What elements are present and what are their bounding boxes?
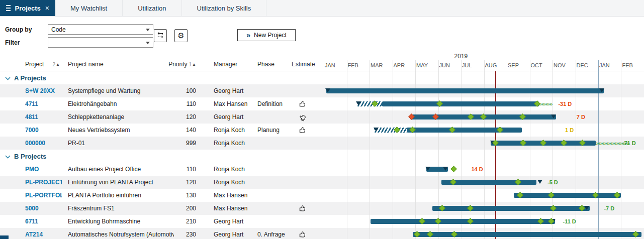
project-id-link[interactable]: 7000 <box>19 124 62 137</box>
project-id-link[interactable]: 5000 <box>19 202 62 215</box>
col-phase[interactable]: Phase <box>255 58 291 71</box>
gantt-bar[interactable] <box>382 101 539 106</box>
month-gridline <box>484 60 485 71</box>
row-indent <box>0 215 19 228</box>
gantt-bar[interactable] <box>514 193 621 198</box>
month-gridline <box>347 60 347 71</box>
group-label: B Projects <box>14 153 46 160</box>
col-project-name[interactable]: Project name <box>62 58 174 71</box>
date-marker-icon <box>356 101 361 105</box>
group-header[interactable]: A Projects <box>0 71 644 84</box>
table-row[interactable]: AT214Automatisches Notrufsystem (Automot… <box>0 228 644 239</box>
col-project[interactable]: Project 2▲ <box>19 58 62 71</box>
gantt-row <box>324 189 644 202</box>
tab-bar: Projects × My Watchlist Utilization Util… <box>0 0 644 17</box>
gantt-row <box>324 228 644 239</box>
gantt-bar[interactable] <box>413 232 641 237</box>
refresh-button[interactable] <box>154 29 167 42</box>
thumbs-up-icon[interactable] <box>299 231 307 238</box>
chevron-down-icon <box>5 153 11 160</box>
gantt-bar[interactable] <box>326 88 604 93</box>
col-estimate[interactable]: Estimate <box>291 58 324 71</box>
tab-projects-label: Projects <box>15 5 41 12</box>
gantt-row: -5 D <box>324 176 644 189</box>
gantt-bar[interactable] <box>407 128 522 133</box>
table-row[interactable]: 4811Schleppkettenanlage120Georg Hart7 D <box>0 110 644 124</box>
manager-name: Georg Hart <box>200 84 255 97</box>
priority-value: 120 <box>174 176 200 189</box>
month-gridline <box>438 60 439 71</box>
tab-utilization[interactable]: Utilization <box>123 0 181 16</box>
row-indent <box>0 137 19 150</box>
settings-button[interactable]: ⚙ <box>174 29 188 42</box>
manager-name: Georg Hart <box>200 228 255 239</box>
thumbs-up-icon[interactable] <box>299 127 307 134</box>
month-label: JAN <box>598 62 621 68</box>
project-name: Systempflege und Wartung <box>62 84 174 97</box>
project-id-link[interactable]: PL-PROJECT <box>19 176 62 189</box>
project-id-link[interactable]: 6711 <box>19 215 62 228</box>
filter-select[interactable] <box>48 37 153 48</box>
group-header[interactable]: B Projects <box>0 150 644 163</box>
gantt-bar[interactable] <box>371 219 555 224</box>
toolbar: Group by Code Filter ⚙ » New Project <box>0 17 644 52</box>
table-row[interactable]: 7000Neues Vertriebssystem140Ronja KochPl… <box>0 124 644 137</box>
project-id-link[interactable]: PMO <box>19 163 62 176</box>
priority-value: 999 <box>174 137 200 150</box>
phase-value <box>255 84 291 97</box>
project-id-link[interactable]: 000000 <box>19 137 62 150</box>
month-label: MAR <box>370 62 393 68</box>
estimate-cell <box>291 228 324 239</box>
milestone-diamond[interactable] <box>450 166 457 172</box>
manager-name: Georg Hart <box>200 110 255 124</box>
tab-my-watchlist[interactable]: My Watchlist <box>55 0 123 16</box>
group-by-select[interactable]: Code <box>48 24 153 35</box>
table-row[interactable]: PL-PORTFOLIOPLANTA Portfolio einführen13… <box>0 189 644 202</box>
hand-icon[interactable] <box>299 113 307 121</box>
col-manager[interactable]: Manager <box>200 58 255 71</box>
table-row[interactable]: PL-PROJECTEinführung von PLANTA Project1… <box>0 176 644 189</box>
project-name: Einführung von PLANTA Project <box>62 176 174 189</box>
table-row[interactable]: 6711Entwicklung Bohrmaschine210Georg Har… <box>0 215 644 228</box>
tab-projects[interactable]: Projects × <box>0 0 55 16</box>
date-marker-icon <box>443 167 448 171</box>
gantt-bar[interactable] <box>432 206 590 211</box>
buffer-label: -5 D <box>547 179 558 185</box>
project-name: Automatisches Notrufsystem (Automotive) <box>62 228 174 239</box>
thumbs-up-icon[interactable] <box>299 100 307 108</box>
project-id-link[interactable]: S+W 20XX <box>19 84 62 97</box>
phase-value <box>255 189 291 202</box>
gantt-row: 7 D <box>324 110 644 124</box>
manager-name: Georg Hart <box>200 215 255 228</box>
month-gridline <box>370 60 370 71</box>
bottom-panel-edge <box>0 235 9 239</box>
menu-icon[interactable] <box>6 5 11 11</box>
table-row[interactable]: 000000PR-01999Ronja Koch››››››››››››››››… <box>0 137 644 150</box>
new-project-button[interactable]: » New Project <box>237 29 296 41</box>
refresh-icon <box>156 31 164 41</box>
month-label: APR <box>393 62 416 68</box>
project-id-link[interactable]: AT214 <box>19 228 62 239</box>
table-row[interactable]: 4711Elektrohängebahn110Max HansenDefinit… <box>0 97 644 110</box>
col-priority[interactable]: Priority 1▲ <box>174 58 200 71</box>
project-id-link[interactable]: 4811 <box>19 110 62 124</box>
gantt-year-label: 2019 <box>324 53 598 60</box>
table-row[interactable]: S+W 20XXSystempflege und Wartung100Georg… <box>0 84 644 97</box>
tab-utilization-by-skills[interactable]: Utilization by Skills <box>182 0 267 16</box>
project-id-link[interactable]: PL-PORTFOLIO <box>19 189 62 202</box>
project-id-link[interactable]: 4711 <box>19 97 62 110</box>
table-row[interactable]: PMOAufbau eines Project Office110Ronja K… <box>0 163 644 176</box>
buffer-label: -31 D <box>558 101 572 107</box>
chevron-down-icon <box>146 42 150 44</box>
month-gridline <box>393 60 393 71</box>
close-icon[interactable]: × <box>45 4 49 12</box>
gantt-bar-planned <box>374 128 407 133</box>
estimate-cell <box>291 189 324 202</box>
group-label: A Projects <box>14 74 46 82</box>
gear-icon: ⚙ <box>177 31 184 40</box>
filter-label: Filter <box>5 39 20 46</box>
project-name: Fräszentrum FS1 <box>62 202 174 215</box>
sort-indicator: 2▲ <box>53 62 60 67</box>
thumbs-up-icon[interactable] <box>299 205 307 212</box>
table-row[interactable]: 5000Fräszentrum FS1200Max Hansen-7 D <box>0 202 644 215</box>
